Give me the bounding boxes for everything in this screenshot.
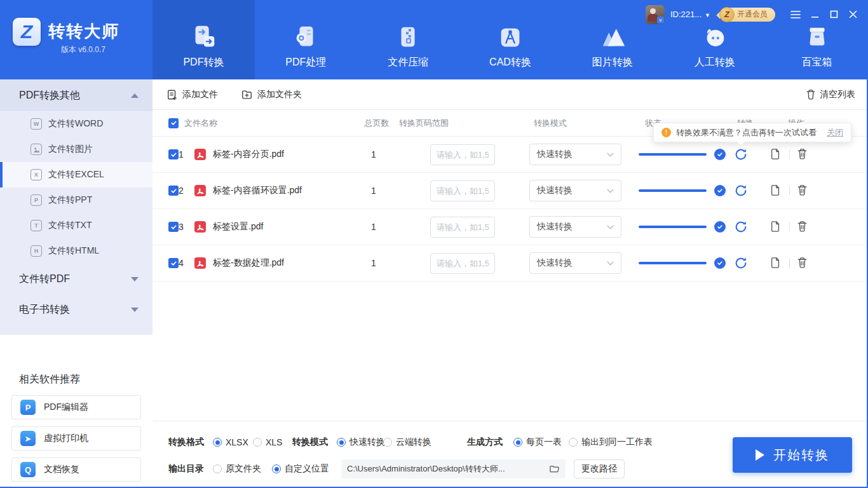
progress-bar [639,189,707,192]
image-file-icon [31,144,42,155]
sidebar-menu: PDF转换其他 W 文件转WORD 文件转图片 X 文件转EXCEL P 文件转… [0,79,153,335]
mode-select-value: 快速转换 [537,257,573,269]
mode-select[interactable]: 快速转换 [529,180,621,201]
col-header-range: 转换页码范围 [399,118,449,129]
radio-selected-icon[interactable] [272,464,281,473]
page-range-input[interactable] [430,253,495,274]
add-file-button[interactable]: 添加文件 [166,89,218,100]
maximize-icon[interactable] [827,8,840,21]
recommend-virtual-printer[interactable]: ➤ 虚拟打印机 [11,426,141,451]
page-range-input[interactable] [430,217,495,238]
logo-block: Z 转转大师 版本 v6.0.0.7 [0,0,153,79]
radio-format-xls[interactable]: XLS [253,437,282,447]
add-folder-button[interactable]: 添加文件夹 [241,89,302,100]
nav-tab-pdf-convert[interactable]: PDF转换 [153,0,255,79]
menu-icon[interactable] [789,8,802,21]
radio-label: XLSX [226,437,248,447]
delete-file-icon[interactable] [797,220,810,233]
sidebar-item-to-ppt[interactable]: P 文件转PPT [0,187,153,213]
section-label: PDF转换其他 [19,89,80,102]
row-checkbox[interactable] [168,149,179,159]
sidebar-item-to-txt[interactable]: T 文件转TXT [0,213,153,238]
sidebar-item-to-image[interactable]: 文件转图片 [0,137,153,162]
page-range-input[interactable] [430,180,495,201]
sidebar-item-label: 文件转EXCEL [48,169,104,180]
recommend-label: 虚拟打印机 [44,433,88,444]
divider [789,186,790,195]
clear-list-button[interactable]: 清空列表 [806,89,855,100]
pdf-file-icon [194,220,207,233]
radio-format-xlsx[interactable]: XLSX [213,437,248,447]
recommend-pdf-editor[interactable]: P PDF编辑器 [11,395,141,419]
radio-icon[interactable] [253,438,262,447]
avatar[interactable]: v [646,5,665,24]
nav-tab-file-compress[interactable]: 文件压缩 [357,0,459,79]
divider [789,259,790,268]
radio-mode-fast[interactable]: 快速转换 [337,437,385,448]
output-path-field[interactable]: C:\Users\Administrator\Desktop\转转大师... [341,459,566,478]
mode-select[interactable]: 快速转换 [529,216,621,238]
radio-icon[interactable] [569,438,578,447]
radio-gen-single-sheet[interactable]: 输出到同一工作表 [569,437,653,448]
file-name: 标签设置.pdf [213,221,355,233]
delete-file-icon[interactable] [797,257,810,269]
vip-upgrade-badge[interactable]: Z 开通会员 [721,8,775,22]
sidebar-item-to-word[interactable]: W 文件转WORD [0,111,153,137]
add-file-icon [166,89,178,100]
row-checkbox[interactable] [168,186,179,196]
open-file-icon[interactable] [770,257,782,269]
close-icon[interactable] [846,8,859,21]
radio-selected-icon[interactable] [513,438,522,447]
chevron-down-icon [607,189,614,193]
actions-cell [770,220,810,233]
minimize-icon[interactable] [808,8,821,21]
tooltip-close-link[interactable]: 关闭 [827,127,843,139]
user-id[interactable]: ID:221... [670,10,702,19]
radio-output-source-folder[interactable]: 原文件夹 [213,463,261,475]
row-checkbox[interactable] [168,222,179,232]
sidebar-item-to-html[interactable]: H 文件转HTML [0,238,153,264]
retry-convert-icon[interactable] [734,184,748,198]
radio-selected-icon[interactable] [337,438,346,447]
radio-selected-icon[interactable] [213,438,222,447]
sidebar-section-pdf-convert-other[interactable]: PDF转换其他 [0,79,153,111]
delete-file-icon[interactable] [797,184,810,197]
avatar-verified-icon: v [657,17,664,24]
nav-tab-pdf-process[interactable]: PDF处理 [255,0,357,79]
window-controls [789,8,859,21]
open-file-icon[interactable] [770,220,782,233]
sidebar-section-ebook-convert[interactable]: 电子书转换 [0,294,153,325]
open-file-icon[interactable] [770,148,782,161]
radio-gen-per-page[interactable]: 每页一表 [513,437,562,448]
app-title: 转转大师 [48,20,119,43]
delete-file-icon[interactable] [797,148,810,161]
radio-icon[interactable] [383,438,392,447]
file-name: 标签-内容循环设置.pdf [213,185,355,196]
row-checkbox[interactable] [168,258,179,268]
select-all-checkbox[interactable] [168,118,179,128]
radio-icon[interactable] [213,464,222,473]
mode-select[interactable]: 快速转换 [529,252,621,274]
tooltip-text: 转换效果不满意？点击再转一次试试看 [676,127,817,139]
sidebar-section-file-to-pdf[interactable]: 文件转PDF [0,264,153,294]
retry-convert-icon[interactable] [734,220,748,234]
change-path-button[interactable]: 更改路径 [574,459,625,478]
mode-select-value: 快速转换 [537,221,573,233]
radio-output-custom[interactable]: 自定义位置 [272,463,329,475]
vip-badge-label: 开通会员 [737,9,768,20]
image-convert-icon [598,23,627,52]
page-range-input[interactable] [430,144,495,165]
sidebar-item-to-excel[interactable]: X 文件转EXCEL [0,162,153,187]
play-icon [756,449,764,461]
start-convert-button[interactable]: 开始转换 [733,437,852,473]
sidebar-item-label: 文件转PPT [48,194,92,206]
mode-select[interactable]: 快速转换 [529,144,621,165]
nav-tab-cad-convert[interactable]: CAD转换 [459,0,562,79]
retry-convert-icon[interactable] [734,256,748,270]
recommend-doc-recovery[interactable]: Q 文档恢复 [11,458,141,482]
radio-mode-cloud[interactable]: 云端转换 [383,437,431,448]
browse-folder-icon[interactable] [549,464,560,474]
open-file-icon[interactable] [770,184,782,197]
retry-convert-icon[interactable] [734,147,748,161]
user-dropdown-caret-icon[interactable]: ▼ [705,12,710,18]
